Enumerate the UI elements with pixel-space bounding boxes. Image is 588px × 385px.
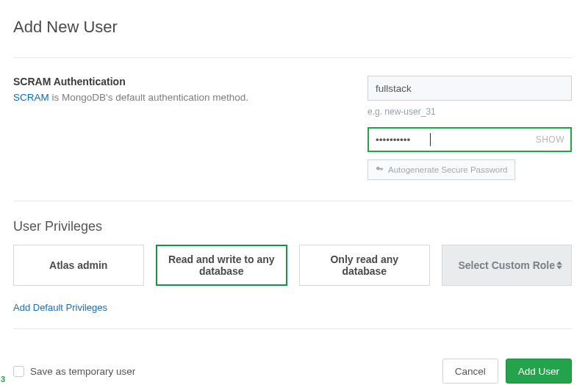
- text-cursor: [430, 133, 431, 146]
- priv-card-atlas-admin[interactable]: Atlas admin: [13, 245, 144, 286]
- temporary-user-label: Save as temporary user: [30, 366, 135, 377]
- priv-card-label: Only read any database: [307, 253, 422, 277]
- priv-card-custom-role[interactable]: Select Custom Role: [442, 245, 573, 286]
- priv-card-read-only[interactable]: Only read any database: [299, 245, 430, 286]
- auth-form: e.g. new-user_31 SHOW Autogenerate Secur…: [368, 76, 572, 180]
- page-title: Add New User: [13, 18, 572, 37]
- auth-description-block: SCRAM Authentication SCRAM is MongoDB's …: [13, 76, 316, 180]
- cancel-button[interactable]: Cancel: [442, 359, 498, 384]
- password-input-wrap: SHOW: [368, 127, 572, 152]
- priv-card-label: Select Custom Role: [459, 259, 555, 271]
- auth-section: SCRAM Authentication SCRAM is MongoDB's …: [13, 76, 572, 180]
- privileges-title: User Privileges: [13, 219, 572, 234]
- privileges-row: Atlas admin Read and write to any databa…: [13, 245, 572, 286]
- footer: Save as temporary user Cancel Add User: [13, 359, 572, 384]
- username-input[interactable]: [368, 76, 572, 101]
- autogenerate-password-button[interactable]: Autogenerate Secure Password: [368, 159, 515, 180]
- auth-title: SCRAM Authentication: [13, 76, 316, 87]
- username-input-wrap: [368, 76, 572, 101]
- chevron-updown-icon: [556, 262, 562, 270]
- corner-number: 3: [1, 375, 5, 384]
- add-user-button[interactable]: Add User: [506, 359, 572, 384]
- temporary-user-checkbox[interactable]: [13, 366, 24, 377]
- priv-card-label: Read and write to any database: [165, 253, 279, 277]
- divider-1: [13, 57, 572, 58]
- key-icon: [376, 165, 384, 175]
- add-default-privileges-link[interactable]: Add Default Privileges: [13, 302, 107, 313]
- temporary-user-checkbox-wrap[interactable]: Save as temporary user: [13, 366, 135, 377]
- divider-3: [13, 328, 572, 329]
- username-hint: e.g. new-user_31: [368, 107, 572, 117]
- priv-card-read-write[interactable]: Read and write to any database: [156, 245, 288, 286]
- priv-card-label: Atlas admin: [49, 259, 107, 271]
- autogenerate-password-label: Autogenerate Secure Password: [388, 165, 507, 174]
- auth-description-rest: is MongoDB's default authentication meth…: [49, 92, 248, 103]
- scram-link[interactable]: SCRAM: [13, 92, 49, 103]
- auth-description: SCRAM is MongoDB's default authenticatio…: [13, 92, 316, 103]
- footer-buttons: Cancel Add User: [442, 359, 572, 384]
- show-password-button[interactable]: SHOW: [536, 134, 564, 145]
- divider-2: [13, 201, 572, 201]
